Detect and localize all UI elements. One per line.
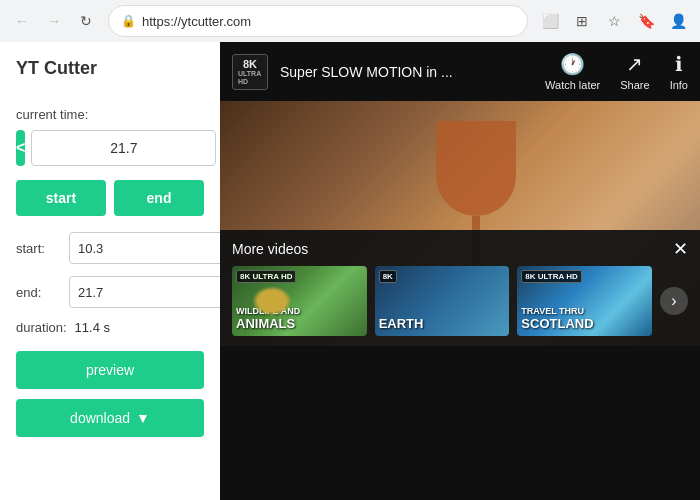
grid-icon-button[interactable]: ⊞ <box>568 7 596 35</box>
info-label: Info <box>670 79 688 91</box>
lock-icon: 🔒 <box>121 14 136 28</box>
duration-value: 11.4 s <box>75 320 110 335</box>
bookmark-icon-button[interactable]: 🔖 <box>632 7 660 35</box>
thumbnail-item-1[interactable]: 8K EARTH <box>375 266 510 336</box>
download-label: download <box>70 410 130 426</box>
star-icon-button[interactable]: ☆ <box>600 7 628 35</box>
8k-badge: 8K ULTRA HD <box>232 54 268 90</box>
sidebar: YT Cutter current time: < > start end st… <box>0 42 220 500</box>
refresh-button[interactable]: ↻ <box>72 7 100 35</box>
more-videos-header: More videos ✕ <box>232 240 688 258</box>
watch-later-icon: 🕐 <box>560 52 585 76</box>
more-videos-close-button[interactable]: ✕ <box>673 240 688 258</box>
preview-button[interactable]: preview <box>16 351 204 389</box>
decrement-time-button[interactable]: < <box>16 130 25 166</box>
info-action[interactable]: ℹ Info <box>670 52 688 91</box>
duration-label: duration: <box>16 320 67 335</box>
share-label: Share <box>620 79 649 91</box>
tab-icon-button[interactable]: ⬜ <box>536 7 564 35</box>
time-control: < > <box>16 130 204 166</box>
video-header: 8K ULTRA HD Super SLOW MOTION in ... 🕐 W… <box>220 42 700 101</box>
thumb-label-2: travel thruSCOTLAND <box>521 306 648 332</box>
browser-toolbar: ← → ↻ 🔒 https://ytcutter.com ⬜ ⊞ ☆ 🔖 👤 <box>0 0 700 42</box>
thumb-label-0: wildlife andANIMALS <box>236 306 363 332</box>
download-chevron-icon: ▼ <box>136 410 150 426</box>
badge-8k-text: 8K <box>243 58 257 70</box>
thumbnail-item-0[interactable]: 8K ULTRA HD wildlife andANIMALS <box>232 266 367 336</box>
app-title: YT Cutter <box>16 58 204 87</box>
thumb-badge-0: 8K ULTRA HD <box>236 270 296 283</box>
start-end-buttons: start end <box>16 180 204 216</box>
address-bar[interactable]: 🔒 https://ytcutter.com <box>108 5 528 37</box>
end-field-row: end: <box>16 276 204 308</box>
forward-button[interactable]: → <box>40 7 68 35</box>
video-thumbnails-row: 8K ULTRA HD wildlife andANIMALS 8K EARTH… <box>232 266 688 336</box>
video-main[interactable]: More videos ✕ 8K ULTRA HD wildlife andAN… <box>220 101 700 346</box>
browser-chrome: ← → ↻ 🔒 https://ytcutter.com ⬜ ⊞ ☆ 🔖 👤 <box>0 0 700 42</box>
video-area: 8K ULTRA HD Super SLOW MOTION in ... 🕐 W… <box>220 42 700 500</box>
thumbnail-item-2[interactable]: 8K ULTRA HD travel thruSCOTLAND <box>517 266 652 336</box>
thumb-badge-1: 8K <box>379 270 397 283</box>
thumb-label-1: EARTH <box>379 316 506 332</box>
current-time-input[interactable] <box>31 130 216 166</box>
badge-ultra-text: ULTRA HD <box>238 70 262 85</box>
start-label: start: <box>16 241 61 256</box>
thumb-badge-2: 8K ULTRA HD <box>521 270 581 283</box>
glass-bowl <box>436 121 516 216</box>
end-label: end: <box>16 285 61 300</box>
next-thumbnails-button[interactable]: › <box>660 287 688 315</box>
current-time-label: current time: <box>16 107 204 122</box>
back-button[interactable]: ← <box>8 7 36 35</box>
watch-later-label: Watch later <box>545 79 600 91</box>
url-text: https://ytcutter.com <box>142 14 515 29</box>
profile-icon-button[interactable]: 👤 <box>664 7 692 35</box>
video-title: Super SLOW MOTION in ... <box>280 64 533 80</box>
start-field-row: start: <box>16 232 204 264</box>
more-videos-panel: More videos ✕ 8K ULTRA HD wildlife andAN… <box>220 230 700 346</box>
watch-later-action[interactable]: 🕐 Watch later <box>545 52 600 91</box>
browser-action-buttons: ⬜ ⊞ ☆ 🔖 👤 <box>536 7 692 35</box>
app-container: YT Cutter current time: < > start end st… <box>0 42 700 500</box>
download-button[interactable]: download ▼ <box>16 399 204 437</box>
more-videos-title: More videos <box>232 241 308 257</box>
end-button[interactable]: end <box>114 180 204 216</box>
share-icon: ↗ <box>626 52 643 76</box>
info-icon: ℹ <box>675 52 683 76</box>
start-button[interactable]: start <box>16 180 106 216</box>
duration-row: duration: 11.4 s <box>16 320 204 335</box>
nav-buttons: ← → ↻ <box>8 7 100 35</box>
video-actions: 🕐 Watch later ↗ Share ℹ Info <box>545 52 688 91</box>
share-action[interactable]: ↗ Share <box>620 52 649 91</box>
